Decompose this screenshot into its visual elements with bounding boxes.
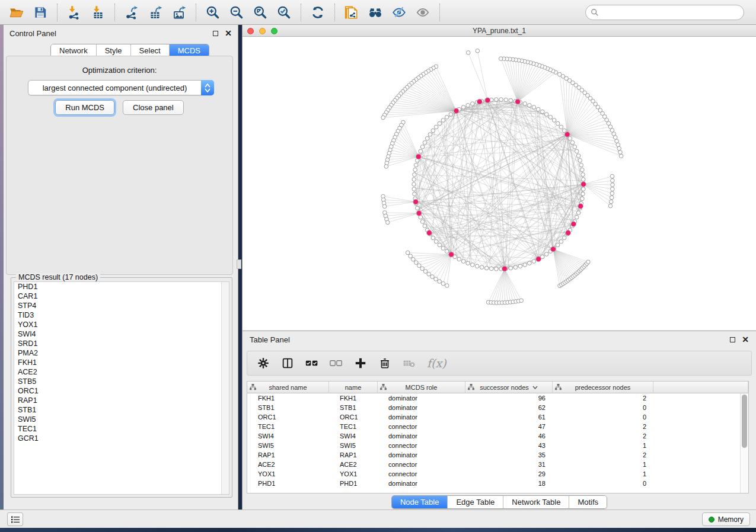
ring-node[interactable] [562, 129, 566, 133]
leaf-node[interactable] [610, 191, 614, 196]
ring-node[interactable] [570, 140, 575, 145]
ring-node[interactable] [415, 206, 419, 210]
mcds-hub-node[interactable] [426, 230, 432, 236]
mcds-hub-node[interactable] [454, 108, 459, 114]
ring-node[interactable] [532, 105, 536, 110]
leaf-node[interactable] [617, 146, 621, 150]
deselect-all-button[interactable] [330, 357, 343, 370]
ring-node[interactable] [509, 266, 513, 270]
search-input[interactable] [599, 8, 744, 17]
result-node[interactable]: PHD1 [14, 282, 229, 291]
panel-splitter[interactable] [237, 259, 241, 269]
select-all-button[interactable] [305, 357, 318, 370]
ring-node[interactable] [576, 154, 580, 158]
zoom-out-button[interactable] [227, 4, 247, 21]
mcds-hub-node[interactable] [485, 98, 490, 103]
ring-node[interactable] [445, 249, 449, 254]
result-node[interactable]: ACE2 [14, 367, 229, 377]
leaf-node[interactable] [412, 258, 416, 262]
leaf-node[interactable] [609, 200, 613, 204]
export-image-button[interactable] [169, 4, 189, 21]
table-settings-button[interactable] [257, 357, 270, 370]
ring-node[interactable] [413, 192, 417, 196]
ring-node[interactable] [441, 118, 445, 123]
run-mcds-button[interactable]: Run MCDS [55, 100, 114, 115]
ring-node[interactable] [434, 239, 438, 243]
mcds-hub-node[interactable] [571, 222, 576, 227]
function-builder-button[interactable]: f(x) [427, 357, 446, 370]
leaf-node[interactable] [414, 261, 418, 265]
leaf-node[interactable] [499, 57, 503, 61]
result-node[interactable]: CAR1 [14, 291, 229, 301]
ring-node[interactable] [423, 140, 427, 145]
table-scrollbar-thumb[interactable] [742, 395, 747, 448]
result-node[interactable]: RAP1 [14, 396, 229, 405]
ring-node[interactable] [575, 215, 579, 219]
column-chooser-button[interactable] [281, 357, 294, 370]
ring-node[interactable] [466, 261, 470, 265]
leaf-node[interactable] [476, 49, 480, 53]
leaf-node[interactable] [430, 275, 435, 279]
zoom-selected-button[interactable] [274, 4, 294, 21]
ring-node[interactable] [425, 136, 429, 140]
table-row[interactable]: YOX1YOX1connector291 [247, 469, 740, 479]
leaf-node[interactable] [611, 178, 615, 182]
close-panel-button[interactable]: Close panel [123, 100, 184, 115]
result-node[interactable]: STP4 [14, 301, 229, 310]
add-row-button[interactable] [354, 357, 367, 370]
open-button[interactable] [7, 4, 27, 21]
leaf-node[interactable] [615, 139, 619, 143]
ring-node[interactable] [532, 259, 536, 264]
leaf-node[interactable] [420, 267, 425, 271]
ring-node[interactable] [484, 266, 489, 270]
tab-network-table[interactable]: Network Table [503, 496, 569, 508]
ring-node[interactable] [471, 102, 475, 106]
result-list-scrollbar[interactable] [221, 282, 229, 494]
result-node[interactable]: SWI5 [14, 415, 229, 424]
mcds-hub-node[interactable] [416, 211, 422, 216]
window-minimize-icon[interactable] [259, 28, 266, 34]
table-row[interactable]: PHD1PHD1dominator180 [247, 479, 740, 488]
ring-node[interactable] [513, 265, 518, 270]
ring-node[interactable] [578, 158, 582, 162]
ring-node[interactable] [423, 224, 427, 228]
ring-node[interactable] [581, 178, 585, 182]
tab-select[interactable]: Select [131, 44, 170, 57]
memory-button[interactable]: Memory [702, 512, 750, 526]
leaf-node[interactable] [423, 270, 428, 274]
float-panel-icon[interactable] [213, 31, 218, 36]
ring-node[interactable] [556, 243, 560, 247]
ring-node[interactable] [573, 145, 577, 149]
zoom-fit-button[interactable] [250, 4, 270, 21]
ring-node[interactable] [568, 136, 572, 140]
table-scrollbar[interactable] [740, 393, 748, 493]
result-node[interactable]: STB1 [14, 405, 229, 415]
leaf-node[interactable] [619, 154, 623, 158]
column-header-MCDS-role[interactable]: MCDS role [378, 382, 465, 393]
window-zoom-icon[interactable] [271, 28, 277, 34]
export-network-button[interactable] [122, 4, 142, 21]
result-node[interactable]: YOX1 [14, 320, 229, 329]
mcds-hub-node[interactable] [515, 99, 521, 104]
leaf-node[interactable] [557, 72, 562, 76]
ring-node[interactable] [445, 115, 449, 119]
import-table-button[interactable] [88, 4, 108, 21]
table-row[interactable]: SWI4SWI4dominator462 [247, 431, 740, 441]
ring-node[interactable] [575, 149, 579, 153]
mcds-hub-node[interactable] [566, 230, 571, 236]
ring-node[interactable] [438, 243, 442, 247]
close-panel-icon[interactable]: ✕ [225, 30, 232, 36]
ring-node[interactable] [509, 98, 513, 102]
ring-node[interactable] [580, 197, 585, 201]
column-header-successor-nodes[interactable]: successor nodes [465, 382, 553, 393]
leaf-node[interactable] [427, 272, 431, 276]
float-table-panel-icon[interactable] [730, 337, 735, 342]
show-all-button[interactable] [413, 4, 433, 21]
task-history-button[interactable] [7, 512, 23, 526]
ring-node[interactable] [438, 121, 442, 126]
tab-network[interactable]: Network [51, 44, 97, 57]
leaf-node[interactable] [417, 264, 422, 268]
leaf-node[interactable] [384, 165, 388, 169]
ring-node[interactable] [523, 102, 527, 106]
leaf-node[interactable] [608, 204, 613, 208]
